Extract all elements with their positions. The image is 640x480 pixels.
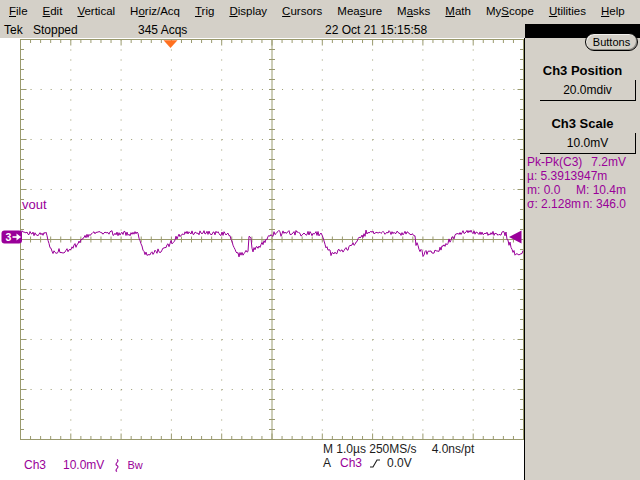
oscilloscope-screen: FileEditVerticalHoriz/AcqTrigDisplayCurs… [0,0,640,480]
channel-name[interactable]: Ch3 [24,458,46,472]
control-panel: Ch3 Position 20.0mdiv Ch3 Scale 10.0mV P… [524,38,640,480]
rising-slope-icon [369,457,381,469]
measurement-value: 7.2mV [591,155,626,169]
trigger-source: Ch3 [340,456,362,470]
measurement-value: µ: 5.3913947m [527,169,607,183]
channel-scale: 10.0mV [63,458,104,472]
svg-text:3: 3 [6,231,12,243]
ch3-position-readout[interactable]: 20.0mdiv [540,80,636,101]
menu-utilities[interactable]: Utilities [549,5,586,17]
sample-resolution: 4.0ns/pt [432,442,475,456]
measurement-row: Pk-Pk(C3)7.2mV [527,155,626,169]
measurement-row: µ: 5.3913947m [527,169,626,183]
measurement-value: M: 10.4m [576,183,626,197]
coupling-icon [113,458,121,473]
menu-help[interactable]: Help [601,5,625,17]
measurement-value: n: 346.0 [583,197,626,211]
measurement-value: Pk-Pk(C3) [527,155,582,169]
bandwidth-limit-indicator: Bw [127,459,142,471]
measurement-readout: Pk-Pk(C3)7.2mVµ: 5.3913947mm: 0.0M: 10.4… [527,155,626,211]
measurement-value: m: 0.0 [527,183,560,197]
ch3-position-label: Ch3 Position [525,63,640,78]
trace-level-arrow [509,231,522,244]
ch3-scale-readout[interactable]: 10.0mV [540,133,636,154]
measurement-row: m: 0.0M: 10.4m [527,183,626,197]
trigger-mode: A [323,456,331,470]
ch3-scale-label: Ch3 Scale [525,116,640,131]
channel-readout: Ch3 10.0mV Bw [0,457,143,473]
trigger-level: 0.0V [387,456,412,470]
timebase-readout: M 1.0µs 250MS/s [323,442,417,456]
channel3-marker[interactable]: 3 [2,231,23,244]
timebase-trigger-readout: M 1.0µs 250MS/s 4.0ns/pt A Ch3 0.0V [323,442,474,470]
measurement-value: σ: 2.128m [527,197,581,211]
trigger-position-marker[interactable] [164,40,178,48]
buttons-button[interactable]: Buttons [585,33,638,51]
measurement-row: σ: 2.128mn: 346.0 [527,197,626,211]
waveform-display: 3 [0,0,524,480]
trace-label-vout: vout [22,197,47,212]
graticule-center-axes [21,40,524,440]
